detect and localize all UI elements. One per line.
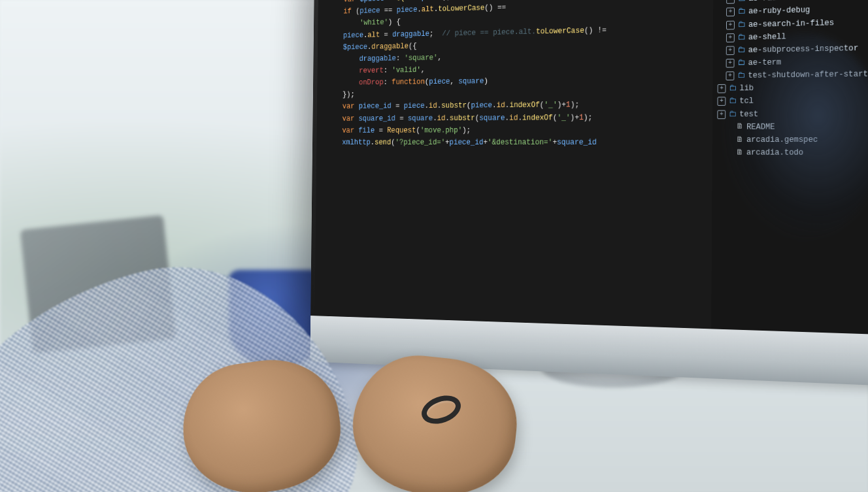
tree-expand-icon[interactable]: + (726, 20, 735, 29)
file-icon: 🗎 (736, 134, 743, 146)
tree-item-label: test-shutdown-after-startup (748, 68, 868, 82)
file-icon: 🗎 (736, 147, 743, 159)
tree-item-label: ae-ruby-debug (748, 4, 810, 18)
tree-file[interactable]: 🗎arcadia.gemspec (717, 133, 868, 146)
tree-expand-icon[interactable]: + (726, 59, 735, 68)
ide-screen: function initBoard(piece, square) { var … (314, 0, 868, 335)
folder-icon: 🗀 (729, 108, 737, 121)
file-tree-pane[interactable]: +🗀ae-file-history+🗀ae-output+🗀ae-rad+🗀ae… (711, 0, 868, 335)
tree-expand-icon[interactable]: + (726, 8, 735, 17)
code-line[interactable]: var file = Request('move.php'); (326, 123, 707, 137)
tree-expand-icon[interactable]: + (726, 33, 735, 42)
tree-expand-icon[interactable]: + (726, 71, 735, 80)
tree-expand-icon[interactable]: + (718, 84, 726, 93)
folder-icon: 🗀 (737, 5, 745, 18)
tree-item-label: arcadia.gemspec (746, 133, 818, 146)
tree-item-label: lib (739, 82, 754, 95)
tree-item-label: README (746, 120, 775, 133)
tree-expand-icon[interactable]: + (726, 46, 735, 55)
tree-file[interactable]: 🗎README (717, 120, 868, 134)
code-editor-pane[interactable]: function initBoard(piece, square) { var … (314, 0, 713, 329)
tree-item-label: arcadia.todo (746, 146, 803, 159)
file-icon: 🗎 (737, 121, 744, 133)
monitor-bezel: function initBoard(piece, square) { var … (310, 0, 868, 340)
tree-folder[interactable]: +🗀ae-subprocess-inspector (718, 41, 868, 57)
tree-folder[interactable]: +🗀lib (718, 81, 868, 95)
folder-icon: 🗀 (737, 69, 745, 82)
tree-folder[interactable]: +🗀test (717, 107, 868, 121)
tree-file[interactable]: 🗎arcadia.todo (717, 146, 868, 159)
folder-icon: 🗀 (729, 95, 737, 108)
tree-expand-icon[interactable]: + (717, 97, 726, 107)
folder-icon: 🗀 (737, 18, 745, 31)
tree-item-label: ae-shell (748, 30, 786, 44)
folder-icon: 🗀 (737, 31, 745, 44)
tree-expand-icon[interactable]: + (717, 110, 726, 119)
tree-expand-icon[interactable]: + (726, 0, 735, 4)
folder-icon: 🗀 (738, 0, 746, 6)
code-line[interactable]: var square_id = square.id.substr(square.… (326, 110, 707, 125)
tree-folder[interactable]: +🗀tcl (717, 94, 868, 108)
code-line[interactable]: xmlhttp.send('?piece_id='+piece_id+'&des… (326, 136, 706, 148)
tree-item-label: tcl (739, 95, 754, 108)
imac-monitor: function initBoard(piece, square) { var … (310, 0, 868, 340)
tree-item-label: ae-search-in-files (748, 16, 834, 31)
folder-icon: 🗀 (737, 57, 745, 70)
tree-item-label: test (739, 108, 758, 121)
folder-icon: 🗀 (729, 82, 737, 95)
folder-icon: 🗀 (737, 44, 745, 57)
tree-folder[interactable]: +🗀test-shutdown-after-startup (718, 67, 868, 82)
tree-item-label: ae-subprocess-inspector (748, 42, 859, 57)
tree-item-label: ae-term (748, 56, 782, 69)
tablet-device (20, 215, 176, 353)
